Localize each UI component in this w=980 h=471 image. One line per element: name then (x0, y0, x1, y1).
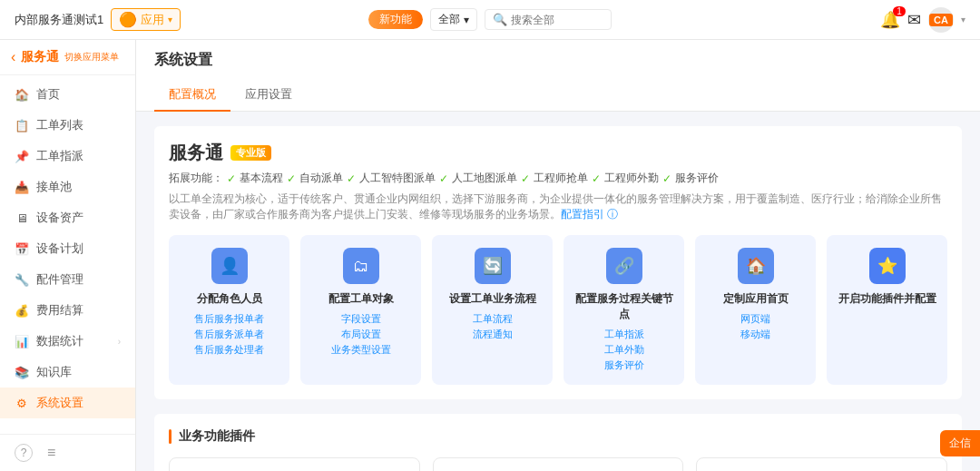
link-seller-report[interactable]: 售后服务报单者 (194, 312, 264, 326)
back-icon[interactable]: ‹ (11, 49, 15, 65)
sidebar-item-label: 设备计划 (36, 240, 83, 257)
config-objects-icon: 🗂 (343, 248, 379, 284)
knowledge-base-icon: 📚 (15, 365, 29, 379)
new-feature-button[interactable]: 新功能 (368, 10, 423, 29)
menu-icon[interactable]: ≡ (47, 445, 55, 461)
notification-bell[interactable]: 🔔 1 (880, 10, 900, 30)
feature-auto: ✓自动派单 (287, 171, 343, 186)
plugin-section: 业务功能插件 设备资产 用于覆盖设备相关的业务场景，例如客户设备档案维护、设备查… (154, 414, 962, 471)
plugin-section-title: 业务功能插件 (179, 428, 255, 445)
sidebar-item-data-stats[interactable]: 📊 数据统计 › (0, 326, 135, 357)
sidebar-item-label: 首页 (36, 86, 60, 103)
keypoints-icon: 🔗 (606, 248, 642, 284)
fee-settlement-icon: 💰 (15, 303, 29, 318)
step-title-5: 定制应用首页 (723, 291, 789, 307)
plugin-card-equipment-assets: 设备资产 用于覆盖设备相关的业务场景，例如客户设备档案维护、设备查询、设备运检等… (169, 457, 420, 471)
feature-basic: ✓基本流程 (227, 171, 283, 186)
step-links-2: 字段设置 布局设置 业务类型设置 (331, 312, 391, 357)
enterprise-label: 企信 (949, 437, 971, 449)
sidebar-item-equipment-plan[interactable]: 📅 设备计划 (0, 233, 135, 264)
step-links-1: 售后服务报单者 售后服务派单者 售后服务处理者 (194, 312, 264, 357)
link-seller-dispatch[interactable]: 售后服务派单者 (194, 328, 264, 341)
enable-plugins-icon: ⭐ (869, 248, 906, 284)
step-title-3: 设置工单业务流程 (449, 291, 536, 307)
enterprise-button[interactable]: 企信 (940, 430, 980, 456)
chevron-down-icon: ▾ (168, 15, 172, 25)
step-links-3: 工单流程 流程通知 (473, 312, 513, 341)
config-link[interactable]: 配置指引 ⓘ (561, 208, 618, 221)
section-title-bar: 业务功能插件 (169, 428, 947, 445)
topbar-right: 🔔 1 ✉ CA ▾ (880, 7, 965, 33)
plugin-grid: 设备资产 用于覆盖设备相关的业务场景，例如客户设备档案维护、设备查询、设备运检等… (169, 457, 947, 471)
plugin-card-parts-mgmt: 配件管理 用于覆盖售后服务过程中，工程师对于服务配件的领取、使用、归还业务 参数… (696, 457, 947, 471)
sidebar-item-label: 配件管理 (36, 271, 83, 288)
features-label: 拓展功能： (169, 171, 223, 186)
sidebar-item-label: 工单列表 (36, 117, 83, 133)
main-content: 系统设置 配置概况 应用设置 服务通 专业版 拓展功能： ✓基本流程 ✓自动派单… (136, 40, 980, 471)
sidebar-item-home[interactable]: 🏠 首页 (0, 79, 135, 110)
service-main-title: 服务通 (169, 141, 223, 165)
home-icon: 🏠 (15, 87, 29, 102)
sidebar-footer: ? ≡ (0, 434, 135, 471)
sidebar-item-label: 系统设置 (36, 395, 83, 411)
equipment-assets-icon: 🖥 (15, 211, 29, 225)
ca-badge: CA (929, 14, 953, 26)
step-links-5: 网页端 移动端 (740, 312, 770, 341)
link-workflow[interactable]: 工单流程 (473, 312, 513, 326)
topbar: 内部服务通测试1 🟠 应用 ▾ 新功能 全部 ▾ 🔍 🔔 1 ✉ CA ▾ (0, 0, 980, 40)
search-input[interactable] (511, 14, 603, 26)
workflow-icon: 🔄 (475, 248, 511, 284)
select-all-label: 全部 (438, 12, 460, 27)
feature-ai-map1: ✓人工智特图派单 (347, 171, 436, 186)
sidebar-menu: 🏠 首页 📋 工单列表 📌 工单指派 📥 接单池 🖥 设备资产 📅 设备 (0, 75, 135, 434)
app-button[interactable]: 🟠 应用 ▾ (111, 8, 181, 31)
link-layout-settings[interactable]: 布局设置 (331, 328, 391, 341)
select-all-dropdown[interactable]: 全部 ▾ (430, 8, 477, 31)
feature-engineer-grab: ✓工程师抢单 (521, 171, 588, 186)
sidebar-item-label: 工单指派 (36, 148, 83, 164)
link-ticket-dispatch[interactable]: 工单指派 (604, 328, 644, 341)
service-desc: 以工单全流程为核心，适于传统客户、贯通企业内网组织，选择下游服务商，为企业提供一… (169, 191, 947, 222)
avatar-chevron: ▾ (961, 15, 965, 25)
ticket-guide-icon: 📌 (15, 149, 29, 163)
equipment-plan-icon: 📅 (15, 241, 29, 256)
help-icon[interactable]: ? (15, 444, 33, 462)
service-title-row: 服务通 专业版 (169, 141, 947, 165)
sidebar-item-ticket-guide[interactable]: 📌 工单指派 (0, 141, 135, 172)
sidebar-item-fee-settlement[interactable]: 💰 费用结算 (0, 295, 135, 326)
link-service-eval[interactable]: 服务评价 (604, 358, 644, 372)
sidebar-item-label: 接单池 (36, 179, 72, 195)
topbar-center: 新功能 全部 ▾ 🔍 (368, 8, 612, 31)
mail-icon[interactable]: ✉ (907, 10, 921, 30)
tab-app-settings[interactable]: 应用设置 (230, 79, 307, 112)
sidebar-item-label: 费用结算 (36, 302, 83, 319)
sidebar-item-label: 数据统计 (36, 333, 83, 349)
sidebar-item-ticket-pool[interactable]: 📥 接单池 (0, 172, 135, 202)
link-web-end[interactable]: 网页端 (740, 312, 770, 326)
sidebar-item-equipment-assets[interactable]: 🖥 设备资产 (0, 202, 135, 233)
sidebar-item-ticket-list[interactable]: 📋 工单列表 (0, 110, 135, 141)
link-flow-notification[interactable]: 流程通知 (473, 328, 513, 341)
link-seller-handler[interactable]: 售后服务处理者 (194, 343, 264, 357)
system-settings-icon: ⚙ (15, 396, 29, 410)
ticket-list-icon: 📋 (15, 118, 29, 132)
step-card-enable-plugins: ⭐ 开启功能插件并配置 (827, 235, 947, 385)
sidebar-header: ‹ 服务通 切换应用菜单 (0, 40, 135, 75)
link-ticket-field[interactable]: 工单外勤 (604, 343, 644, 357)
tab-config-overview[interactable]: 配置概况 (154, 79, 230, 112)
step-title-2: 配置工单对象 (328, 291, 394, 307)
sidebar-item-knowledge-base[interactable]: 📚 知识库 (0, 357, 135, 388)
app-label: 应用 (141, 12, 164, 28)
feature-service-eval: ✓服务评价 (662, 171, 719, 186)
link-field-settings[interactable]: 字段设置 (331, 312, 391, 326)
link-mobile-end[interactable]: 移动端 (740, 328, 770, 341)
service-card: 服务通 专业版 拓展功能： ✓基本流程 ✓自动派单 ✓人工智特图派单 ✓人工地图… (154, 126, 962, 399)
sidebar-item-parts-mgmt[interactable]: 🔧 配件管理 (0, 264, 135, 295)
step-title-4: 配置服务过程关键节点 (574, 291, 673, 322)
pro-badge: 专业版 (230, 145, 271, 161)
sidebar-item-system-settings[interactable]: ⚙ 系统设置 (0, 388, 135, 418)
breadcrumb[interactable]: 切换应用菜单 (64, 51, 119, 64)
parts-mgmt-icon: 🔧 (15, 272, 29, 287)
avatar[interactable]: CA (928, 7, 954, 33)
link-biz-type-settings[interactable]: 业务类型设置 (331, 343, 391, 357)
